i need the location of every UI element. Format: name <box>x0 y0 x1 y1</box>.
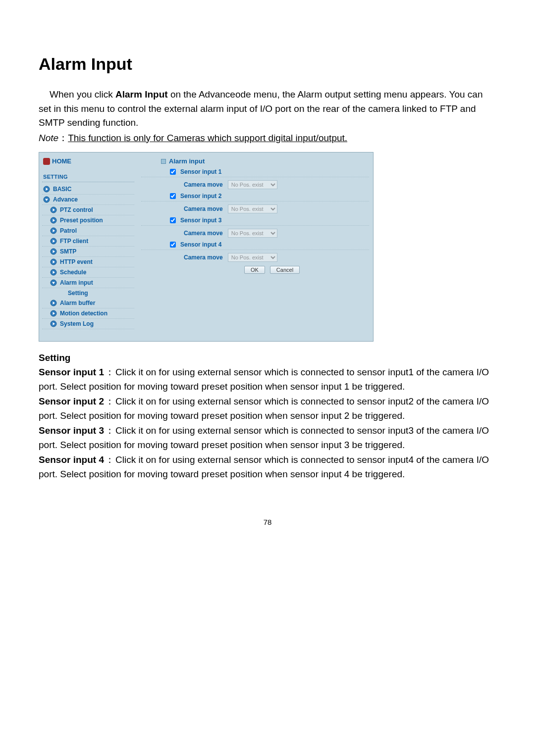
desc-sensor-input-1-colon: ： <box>104 367 115 377</box>
desc-sensor-input-2-name: Sensor input 2 <box>39 396 104 406</box>
sensor-input-1-row: Sensor input 1 <box>141 167 369 177</box>
sidebar: HOME SETTING BASICAdvancePTZ controlPres… <box>39 152 137 341</box>
sidebar-item-label: System Log <box>60 320 94 327</box>
desc-sensor-input-2: Sensor input 2：Click it on for using ext… <box>39 395 496 423</box>
sensor-input-4-row: Sensor input 4 <box>141 240 369 250</box>
sidebar-section-setting: SETTING <box>42 173 134 182</box>
play-icon <box>43 186 50 193</box>
sensor-input-4-checkbox[interactable] <box>170 242 176 248</box>
play-icon <box>50 310 57 317</box>
camera-move-1-select[interactable]: No Pos. exist <box>228 180 277 189</box>
sidebar-item-label: HTTP event <box>60 258 93 265</box>
camera-move-4-row: Camera moveNo Pos. exist <box>141 250 369 264</box>
sensor-input-2-label: Sensor input 2 <box>180 193 221 200</box>
intro-bold: Alarm Input <box>115 89 168 100</box>
sidebar-item-http-event[interactable]: HTTP event <box>42 257 134 267</box>
camera-move-2-row: Camera moveNo Pos. exist <box>141 202 369 215</box>
play-icon <box>50 320 57 327</box>
home-label: HOME <box>52 157 71 165</box>
play-icon <box>50 269 57 276</box>
camera-move-4-select[interactable]: No Pos. exist <box>228 253 277 262</box>
alarm-input-screenshot: HOME SETTING BASICAdvancePTZ controlPres… <box>39 152 374 342</box>
sensor-input-1-label: Sensor input 1 <box>180 168 221 175</box>
sensor-input-3-row: Sensor input 3 <box>141 215 369 226</box>
sidebar-item-label: Setting <box>68 290 88 297</box>
play-icon <box>50 227 57 234</box>
sidebar-item-label: Schedule <box>60 269 86 276</box>
sensor-input-2-checkbox[interactable] <box>170 193 176 199</box>
intro-paragraph: When you click Alarm Input on the Advanc… <box>39 88 496 130</box>
sidebar-item-system-log[interactable]: System Log <box>42 319 134 329</box>
camera-move-1-label: Camera move <box>184 181 223 188</box>
play-icon <box>50 217 57 224</box>
sidebar-item-label: Preset position <box>60 217 103 224</box>
sidebar-item-label: FTP client <box>60 238 88 245</box>
desc-sensor-input-2-colon: ： <box>104 396 115 406</box>
note-line: Note：This function is only for Cameras w… <box>39 131 496 146</box>
sidebar-item-basic[interactable]: BASIC <box>42 184 134 195</box>
desc-sensor-input-1-name: Sensor input 1 <box>39 367 104 377</box>
page-title: Alarm Input <box>39 54 496 74</box>
sidebar-item-label: PTZ control <box>60 206 93 213</box>
chevron-down-icon <box>50 279 57 286</box>
desc-sensor-input-4: Sensor input 4：Click it on for using ext… <box>39 453 496 481</box>
camera-move-3-select[interactable]: No Pos. exist <box>228 229 277 238</box>
desc-sensor-input-3-name: Sensor input 3 <box>39 425 104 436</box>
camera-move-3-row: Camera moveNo Pos. exist <box>141 226 369 240</box>
sidebar-item-setting[interactable]: Setting <box>42 288 134 298</box>
note-colon: ： <box>58 133 68 143</box>
desc-sensor-input-1: Sensor input 1：Click it on for using ext… <box>39 365 496 394</box>
page-number: 78 <box>39 482 496 541</box>
sidebar-item-patrol[interactable]: Patrol <box>42 226 134 236</box>
sensor-input-4-label: Sensor input 4 <box>180 241 221 248</box>
setting-heading: Setting <box>39 353 496 363</box>
sidebar-item-preset-position[interactable]: Preset position <box>42 215 134 226</box>
sidebar-item-smtp[interactable]: SMTP <box>42 247 134 257</box>
sidebar-item-ptz-control[interactable]: PTZ control <box>42 205 134 215</box>
camera-move-2-select[interactable]: No Pos. exist <box>228 204 277 213</box>
sidebar-item-label: Patrol <box>60 227 77 234</box>
sidebar-item-label: Advance <box>53 196 78 203</box>
play-icon <box>50 206 57 213</box>
ok-button[interactable]: OK <box>244 266 265 274</box>
sensor-input-3-checkbox[interactable] <box>170 217 176 223</box>
camera-move-2-label: Camera move <box>184 205 223 212</box>
sidebar-item-alarm-buffer[interactable]: Alarm buffer <box>42 298 134 308</box>
settings-panel: Alarm input Sensor input 1Camera moveNo … <box>137 152 373 341</box>
desc-sensor-input-4-colon: ： <box>104 454 115 465</box>
sidebar-item-motion-detection[interactable]: Motion detection <box>42 308 134 319</box>
note-text: This function is only for Cameras which … <box>68 133 347 143</box>
camera-move-4-label: Camera move <box>184 254 223 261</box>
play-icon <box>50 248 57 255</box>
chevron-down-icon <box>43 196 50 203</box>
cancel-button[interactable]: Cancel <box>270 266 300 274</box>
sidebar-item-advance[interactable]: Advance <box>42 195 134 205</box>
home-link[interactable]: HOME <box>42 156 134 170</box>
sidebar-item-ftp-client[interactable]: FTP client <box>42 236 134 247</box>
camera-move-1-row: Camera moveNo Pos. exist <box>141 177 369 191</box>
note-label: Note <box>39 133 58 143</box>
panel-bullet-icon <box>161 159 166 164</box>
desc-sensor-input-4-name: Sensor input 4 <box>39 454 104 465</box>
play-icon <box>50 300 57 306</box>
desc-sensor-input-3: Sensor input 3：Click it on for using ext… <box>39 424 496 452</box>
sidebar-item-alarm-input[interactable]: Alarm input <box>42 278 134 288</box>
sidebar-item-schedule[interactable]: Schedule <box>42 267 134 278</box>
intro-part-1: When you click <box>50 89 115 100</box>
sidebar-item-label: SMTP <box>60 248 76 255</box>
sidebar-item-label: Alarm input <box>60 279 93 286</box>
sidebar-item-label: Motion detection <box>60 310 107 317</box>
play-icon <box>50 258 57 265</box>
sidebar-item-label: Alarm buffer <box>60 300 95 306</box>
panel-title: Alarm input <box>141 157 369 167</box>
sensor-input-2-row: Sensor input 2 <box>141 191 369 202</box>
sidebar-item-label: BASIC <box>53 186 71 193</box>
blank-icon <box>58 290 65 297</box>
desc-sensor-input-3-colon: ： <box>104 425 115 436</box>
sensor-input-3-label: Sensor input 3 <box>180 217 221 224</box>
play-icon <box>50 238 57 245</box>
sensor-input-1-checkbox[interactable] <box>170 169 176 175</box>
panel-title-label: Alarm input <box>169 157 205 165</box>
home-icon <box>43 158 50 165</box>
camera-move-3-label: Camera move <box>184 230 223 237</box>
